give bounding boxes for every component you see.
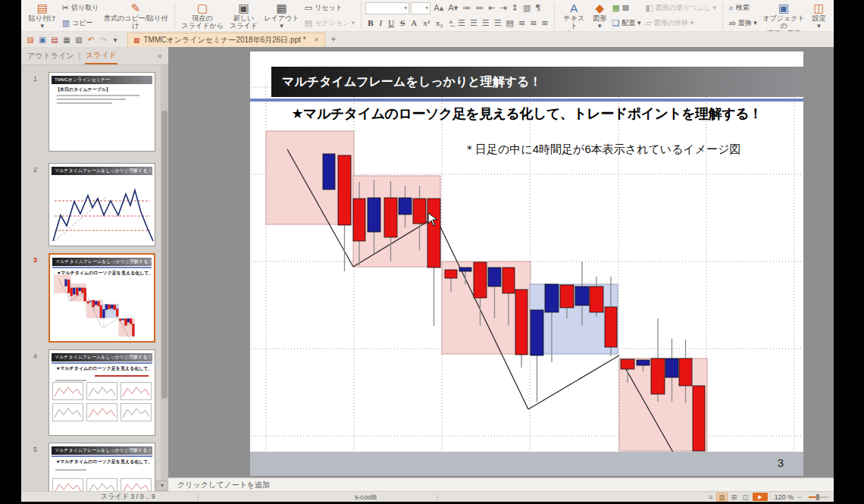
- candle-body-red[interactable]: [474, 262, 487, 298]
- slide-thumbnail-1[interactable]: TMMCオンラインセミナー【本日のタイムテーブル】: [49, 72, 155, 152]
- bold-button[interactable]: B: [365, 18, 375, 27]
- paste-button[interactable]: ▤ 貼り付け ▾: [25, 1, 60, 30]
- candle-body-red[interactable]: [679, 358, 692, 386]
- italic-button[interactable]: I: [377, 18, 385, 27]
- candle-body-blue[interactable]: [575, 286, 589, 305]
- tab-slides[interactable]: スライド: [85, 48, 117, 64]
- shrink-font-button[interactable]: A▾: [446, 3, 459, 13]
- candle-body-blue[interactable]: [102, 309, 105, 318]
- trend-line[interactable]: [102, 318, 119, 329]
- candle-body-blue[interactable]: [368, 198, 380, 232]
- candle-body-red[interactable]: [87, 302, 89, 303]
- scrollbar-thumb[interactable]: [161, 111, 167, 399]
- candle-body-red[interactable]: [605, 307, 617, 347]
- candle-body-blue[interactable]: [488, 268, 501, 286]
- candle-body-red[interactable]: [445, 270, 457, 278]
- candle-body-red[interactable]: [693, 386, 705, 451]
- quickbar-dropdown-icon[interactable]: ▾: [110, 36, 121, 44]
- slide-subtitle[interactable]: ★マルチタイムのローソク足を見える化して、トレードポイントを理解する！: [250, 105, 803, 123]
- redo-icon[interactable]: ↷: [98, 36, 108, 44]
- print-preview-icon[interactable]: ▧: [74, 36, 84, 44]
- slide-thumbnail-5[interactable]: マルチタイムフレームをしっかりと理解する！★マルチタイムのローソク足を見える化し…: [49, 443, 155, 491]
- candle-body-red[interactable]: [114, 305, 116, 310]
- candle-body-blue[interactable]: [73, 288, 75, 295]
- candle-body-blue[interactable]: [459, 268, 471, 271]
- zoom-slider[interactable]: [809, 496, 828, 498]
- candle-body-red[interactable]: [124, 318, 127, 325]
- candle-body-blue[interactable]: [111, 305, 113, 308]
- notes-bar[interactable]: クリックしてノートを追加: [168, 477, 834, 491]
- candle-body-red[interactable]: [384, 198, 397, 237]
- candle-body-red[interactable]: [427, 199, 440, 268]
- document-tab[interactable]: ▦ TMMCオンラインセミナー2018年6月26日.ppt * ×: [127, 33, 325, 47]
- shape-outline-button[interactable]: ▱ 図形の外枠 ▾: [643, 16, 718, 30]
- insert-picture-icon[interactable]: ▦: [612, 3, 620, 13]
- object-selection-button[interactable]: ▣ オブジェクトの 選択と表示: [759, 1, 809, 30]
- section-button[interactable]: ▤ セクション ▾: [302, 16, 357, 30]
- slide-title-bar[interactable]: マルチタイムフレームをしっかりと理解する！: [271, 67, 803, 97]
- scrollbar-down-button[interactable]: ▼: [156, 481, 168, 491]
- underline-button[interactable]: U: [386, 18, 396, 27]
- candle-body-red[interactable]: [130, 318, 132, 324]
- slide-sorter-view-icon[interactable]: ⊞: [730, 493, 739, 501]
- tab-outline[interactable]: アウトライン: [27, 51, 74, 61]
- candle-body-blue[interactable]: [531, 310, 543, 355]
- candle-body-blue[interactable]: [95, 301, 97, 305]
- candle-body-red[interactable]: [116, 308, 118, 316]
- candle-body-blue[interactable]: [323, 154, 335, 189]
- line-spacing-button[interactable]: ↕: [510, 3, 520, 13]
- candle-body-red[interactable]: [132, 324, 134, 336]
- align-left-button[interactable]: ☰: [456, 18, 467, 28]
- candle-body-red[interactable]: [502, 268, 515, 293]
- shapes-button[interactable]: ◆ 図形 ▾: [590, 1, 609, 30]
- new-slide-button[interactable]: ▣ 新しい スライド ▾: [227, 1, 261, 30]
- candle-body-blue[interactable]: [637, 360, 650, 365]
- candle-body-red[interactable]: [76, 288, 78, 296]
- columns-button[interactable]: ▥: [521, 3, 532, 13]
- decrease-indent-button[interactable]: ⇤: [487, 3, 496, 13]
- zoom-out-button[interactable]: −: [796, 493, 803, 501]
- candle-body-red[interactable]: [67, 280, 70, 293]
- candle-body-red[interactable]: [353, 199, 365, 241]
- slide-editor-area[interactable]: マルチタイムフレームをしっかりと理解する！ ★マルチタイムのローソク足を見える化…: [168, 47, 834, 477]
- trend-line[interactable]: [528, 355, 619, 409]
- spacing-button[interactable]: ≡: [540, 18, 549, 28]
- align-right-button[interactable]: ☰: [481, 18, 491, 28]
- candle-body-red[interactable]: [108, 305, 111, 309]
- candle-body-red[interactable]: [515, 290, 527, 355]
- candle-body-red[interactable]: [70, 288, 73, 296]
- close-tab-icon[interactable]: ×: [315, 36, 319, 44]
- shape-fill-button[interactable]: ◧ 図形の塗りつぶし ▾: [643, 2, 718, 15]
- copy-button[interactable]: ▥ コピー: [60, 16, 102, 30]
- bullets-button[interactable]: ≔: [461, 3, 472, 13]
- candle-body-blue[interactable]: [122, 319, 124, 320]
- arrange-button[interactable]: ❏ 配置 ▾: [610, 16, 643, 30]
- candle-body-red[interactable]: [100, 305, 102, 318]
- numbering-button[interactable]: ≕: [474, 3, 485, 13]
- textbox-button[interactable]: A テキスト ボックス ▾: [559, 1, 590, 30]
- reset-button[interactable]: ▭ リセット: [302, 2, 357, 15]
- normal-view-icon[interactable]: ▥: [716, 493, 728, 502]
- increase-para-button[interactable]: ≡: [517, 18, 527, 28]
- cut-button[interactable]: ✂ 切り取り: [60, 2, 102, 15]
- text-direction-button[interactable]: ¶: [534, 3, 542, 13]
- strikethrough-button[interactable]: S: [398, 18, 407, 27]
- candle-body-red[interactable]: [119, 319, 121, 321]
- slide-thumbnail-2[interactable]: マルチタイムフレームをしっかりと理解する！: [49, 163, 155, 246]
- decrease-para-button[interactable]: ≡: [528, 18, 538, 28]
- open-file-icon[interactable]: ▨: [25, 36, 36, 44]
- font-size-select[interactable]: ▾: [411, 2, 430, 14]
- candle-body-blue[interactable]: [89, 301, 92, 302]
- candle-body-blue[interactable]: [127, 318, 130, 322]
- candle-body-red[interactable]: [651, 358, 665, 394]
- save-icon[interactable]: ▣: [37, 36, 48, 44]
- replace-button[interactable]: ab 置換 ▾: [727, 16, 759, 30]
- candle-body-red[interactable]: [98, 301, 100, 306]
- candle-body-blue[interactable]: [665, 358, 678, 377]
- superscript-button[interactable]: x²: [421, 18, 432, 27]
- candle-body-blue[interactable]: [105, 305, 108, 310]
- layout-button[interactable]: ▦ レイアウト ▾: [261, 1, 302, 30]
- candle-body-blue[interactable]: [399, 198, 412, 214]
- candle-body-blue[interactable]: [79, 288, 81, 291]
- clear-format-button[interactable]: ᴬ̲: [446, 18, 455, 27]
